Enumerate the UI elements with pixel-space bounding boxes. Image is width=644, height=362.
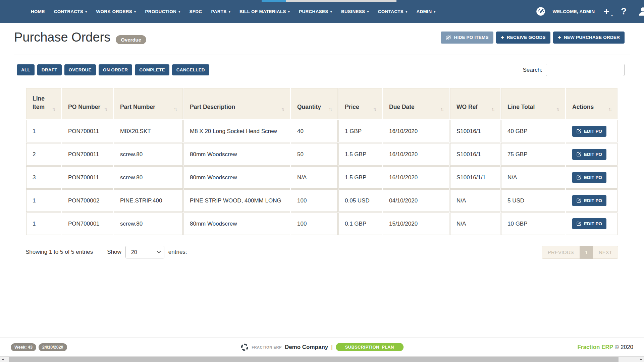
column-header[interactable]: Line Item ↑↓ — [26, 88, 61, 119]
new-purchase-order-button[interactable]: + NEW PURCHASE ORDER — [553, 32, 625, 44]
next-page-button[interactable]: NEXT — [593, 246, 618, 259]
sort-icon[interactable]: ↑↓ — [49, 106, 55, 112]
column-header[interactable]: Due Date ↑↓ — [383, 88, 449, 119]
chevron-down-icon: ▾ — [178, 10, 180, 13]
nav-item[interactable]: PRODUCTION ▾ — [145, 9, 180, 14]
receive-goods-button[interactable]: + RECEIVE GOODS — [496, 32, 550, 44]
page-footer: Week: 43 24/10/2020 FRACTION ERP Demo Co… — [0, 338, 644, 356]
user-profile-icon[interactable] — [637, 6, 644, 17]
search-label: Search: — [523, 67, 542, 73]
column-header-label: Part Number — [120, 103, 155, 111]
nav-item[interactable]: SFDC ▾ — [189, 9, 202, 14]
column-header-label: WO Ref — [457, 103, 478, 111]
column-header[interactable]: Part Description ↑↓ — [183, 88, 290, 119]
column-header[interactable]: WO Ref ↑↓ — [450, 88, 500, 119]
edit-po-button[interactable]: EDIT PO — [572, 126, 606, 137]
nav-item[interactable]: PARTS ▾ — [211, 9, 230, 14]
current-page-button[interactable]: 1 — [580, 246, 593, 259]
edit-po-button[interactable]: EDIT PO — [572, 172, 606, 183]
main-navbar: HOME ▾ CONTRACTS ▾ WORK ORDERS ▾ PRODUCT… — [0, 0, 644, 23]
sort-icon[interactable]: ↑↓ — [171, 106, 176, 112]
sort-icon[interactable]: ↑↓ — [553, 106, 559, 112]
filter-button[interactable]: ON ORDER — [99, 64, 132, 75]
nav-item[interactable]: CONTACTS ▾ — [378, 9, 408, 14]
table-row: 1 PON700001 screw.80 80mm Woodscrew 100 … — [26, 213, 618, 235]
page-title: Purchase Orders — [14, 30, 110, 45]
edit-pencil-icon — [577, 221, 581, 226]
cell-line-item: 1 — [26, 120, 61, 142]
nav-item[interactable]: ADMIN ▾ — [416, 9, 435, 14]
sort-icon[interactable]: ↑↓ — [101, 106, 107, 112]
edit-pencil-icon — [577, 198, 581, 203]
quick-add-button[interactable]: + ▾ — [603, 6, 609, 16]
cell-due-date: 16/10/2020 — [383, 120, 449, 142]
scroll-right-icon[interactable]: ► — [640, 357, 643, 362]
week-badge: Week: 43 — [11, 343, 36, 351]
edit-po-button[interactable]: EDIT PO — [572, 195, 606, 206]
nav-item-label: BUSINESS — [341, 9, 365, 14]
filter-button[interactable]: DRAFT — [37, 64, 62, 75]
cell-due-date: 04/10/2020 — [383, 189, 449, 212]
edit-po-button[interactable]: EDIT PO — [572, 218, 606, 229]
nav-item[interactable]: HOME ▾ — [31, 9, 45, 14]
cell-line-item: 3 — [26, 166, 61, 189]
column-header[interactable]: PO Number ↑↓ — [62, 88, 113, 119]
top-loading-bar-segment — [262, 0, 286, 2]
page-size-select[interactable]: 20 — [125, 246, 164, 258]
nav-item-label: PRODUCTION — [145, 9, 176, 14]
column-header[interactable]: Part Number ↑↓ — [114, 88, 183, 119]
cell-price: 1.5 GBP — [338, 166, 382, 189]
filter-button[interactable]: CANCELLED — [172, 64, 209, 75]
scroll-left-icon[interactable]: ◄ — [1, 357, 4, 362]
nav-item[interactable]: PURCHASES ▾ — [299, 9, 332, 14]
sort-icon[interactable]: ↑↓ — [438, 106, 443, 112]
table-row: 1 PON700011 M8X20.SKT M8 X 20 Long Socke… — [26, 120, 618, 142]
edit-pencil-icon — [577, 152, 581, 157]
welcome-user-link[interactable]: WELCOME, ADMIN — [552, 9, 595, 14]
pagination: PREVIOUS 1 NEXT — [542, 246, 618, 259]
horizontal-scrollbar-thumb[interactable] — [9, 357, 619, 362]
table-row: 2 PON700011 screw.80 80mm Woodscrew 50 1… — [26, 143, 618, 166]
sort-icon[interactable]: ↑↓ — [326, 106, 331, 112]
column-header[interactable]: Actions ↑↓ — [566, 88, 618, 119]
filter-button[interactable]: ALL — [17, 64, 35, 75]
sort-icon[interactable]: ↑↓ — [489, 106, 494, 112]
cell-actions: EDIT PO — [566, 213, 618, 235]
cell-line-total: 10 GBP — [501, 213, 565, 235]
footer-copyright: Fraction ERP © 2020 — [577, 344, 633, 351]
cell-line-item: 1 — [26, 213, 61, 235]
search-input[interactable] — [546, 64, 625, 76]
nav-item-label: ADMIN — [416, 9, 432, 14]
cell-actions: EDIT PO — [566, 189, 618, 212]
cell-price: 1.5 GBP — [338, 143, 382, 166]
date-badge: 24/10/2020 — [39, 343, 67, 351]
horizontal-scrollbar[interactable]: ◄ ► — [0, 356, 644, 362]
nav-item[interactable]: BUSINESS ▾ — [341, 9, 369, 14]
nav-item[interactable]: BILL OF MATERIALS ▾ — [239, 9, 290, 14]
cell-part-number: screw.80 — [114, 143, 183, 166]
sort-icon[interactable]: ↑↓ — [278, 106, 284, 112]
column-header[interactable]: Quantity ↑↓ — [291, 88, 338, 119]
page-header: Purchase Orders Overdue HIDE PO ITEMS + … — [14, 30, 625, 45]
nav-item[interactable]: CONTRACTS ▾ — [54, 9, 87, 14]
filter-button[interactable]: COMPLETE — [135, 64, 169, 75]
cell-part-number: PINE.STRIP.400 — [114, 189, 183, 212]
chevron-down-icon: ▾ — [229, 10, 230, 13]
sort-icon[interactable]: ↑↓ — [370, 106, 376, 112]
cell-line-total: 5 USD — [501, 189, 565, 212]
column-header[interactable]: Price ↑↓ — [338, 88, 382, 119]
filter-button[interactable]: OVERDUE — [64, 64, 96, 75]
previous-page-button[interactable]: PREVIOUS — [542, 246, 580, 259]
hide-po-items-button[interactable]: HIDE PO ITEMS — [441, 32, 493, 44]
nav-item-label: CONTRACTS — [54, 9, 83, 14]
nav-item[interactable]: WORK ORDERS ▾ — [96, 9, 136, 14]
column-header-label: Actions — [572, 103, 594, 111]
sort-icon[interactable]: ↑↓ — [606, 106, 611, 112]
subscription-plan-badge: __SUBSCRIPTION_PLAN__ — [336, 343, 404, 351]
help-icon[interactable]: ? — [621, 6, 627, 17]
dashboard-gauge-icon[interactable] — [535, 6, 546, 17]
edit-po-button[interactable]: EDIT PO — [572, 149, 606, 160]
column-header[interactable]: Line Total ↑↓ — [501, 88, 565, 119]
column-header-label: Price — [345, 103, 359, 111]
chevron-down-icon: ▾ — [406, 10, 407, 13]
